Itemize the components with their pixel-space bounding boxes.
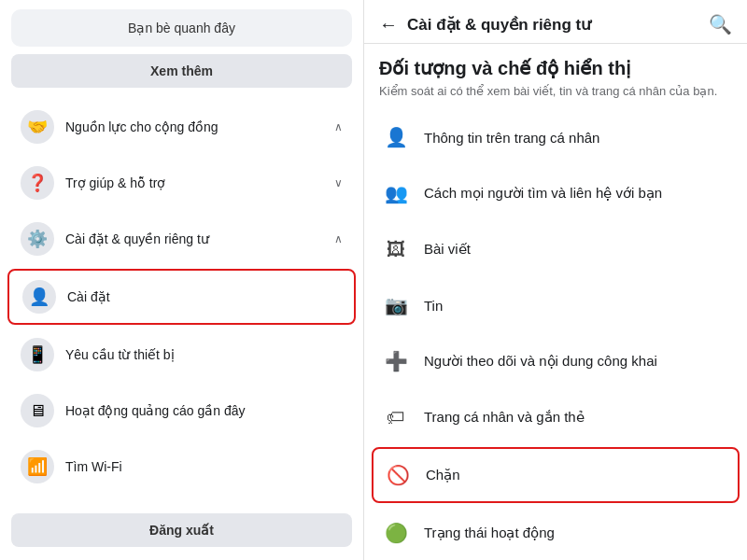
cach-moi-nguoi-label: Cách mọi người tìm và liên hệ với bạn [424,185,662,202]
trang-thai-icon: 🟢 [379,516,413,550]
search-icon[interactable]: 🔍 [709,13,732,35]
cai-dat-menu-icon: ⚙️ [21,222,54,256]
chevron-icon: ∧ [334,120,343,133]
tim-wifi-icon: 📶 [21,450,54,483]
cai-dat-label: Cài đặt [67,289,341,304]
hoat-dong-label: Hoạt động quảng cáo gần đây [65,403,343,418]
tro-giup-icon: ❓ [21,166,54,200]
sidebar-item-hoat-dong[interactable]: 🖥 Hoạt động quảng cáo gần đây [7,385,356,437]
trang-ca-nhan-label: Trang cá nhân và gắn thẻ [424,409,585,426]
right-item-trang-ca-nhan[interactable]: 🏷 Trang cá nhân và gắn thẻ [364,389,747,445]
sidebar-item-cai-dat[interactable]: 👤 Cài đặt [7,269,356,325]
right-item-thong-tin[interactable]: 👤 Thông tin trên trang cá nhân [364,109,747,165]
right-item-cach-moi-nguoi[interactable]: 👥 Cách mọi người tìm và liên hệ với bạn [364,165,747,221]
tro-giup-label: Trợ giúp & hỗ trợ [65,175,334,190]
tin-icon: 📷 [379,288,413,322]
bai-viet-label: Bài viết [424,241,471,258]
right-panel: ← Cài đặt & quyền riêng tư 🔍 Đối tượng v… [364,0,747,560]
chevron-icon: ∧ [334,232,343,245]
section1-title: Đối tượng và chế độ hiển thị [364,44,747,83]
left-panel: Bạn bè quanh đây Xem thêm 🤝 Nguồn lực ch… [0,0,364,560]
sidebar-item-cai-dat-menu[interactable]: ⚙️ Cài đặt & quyền riêng tư ∧ [7,213,356,265]
sidebar-item-tro-giup[interactable]: ❓ Trợ giúp & hỗ trợ ∨ [7,157,356,209]
tin-label: Tin [424,298,443,314]
yeu-cau-label: Yêu cầu từ thiết bị [65,347,343,362]
chevron-icon: ∨ [334,176,343,189]
hoat-dong-icon: 🖥 [21,394,54,427]
trang-ca-nhan-icon: 🏷 [379,400,413,434]
trang-thai-label: Trạng thái hoạt động [424,525,555,541]
chan-label: Chặn [426,467,460,483]
back-icon[interactable]: ← [379,14,398,35]
sidebar-item-nguon-luc[interactable]: 🤝 Nguồn lực cho cộng đồng ∧ [7,101,356,153]
bai-viet-icon: 🖼 [379,232,413,266]
right-header-title: Cài đặt & quyền riêng tư [407,15,709,35]
nguoi-theo-doi-label: Người theo dõi và nội dung công khai [424,353,657,370]
nguoi-theo-doi-icon: ➕ [379,344,413,378]
right-item-tin[interactable]: 📷 Tin [364,277,747,333]
chan-icon: 🚫 [381,458,415,492]
friends-nearby: Bạn bè quanh đây [11,9,352,47]
yeu-cau-icon: 📱 [21,338,54,371]
thong-tin-label: Thông tin trên trang cá nhân [424,130,599,146]
right-header: ← Cài đặt & quyền riêng tư 🔍 [364,0,747,44]
right-item-nguoi-theo-doi[interactable]: ➕ Người theo dõi và nội dung công khai [364,333,747,389]
right-item-chan[interactable]: 🚫 Chặn [372,447,740,503]
sidebar-item-yeu-cau[interactable]: 📱 Yêu cầu từ thiết bị [7,329,356,381]
cach-moi-nguoi-icon: 👥 [379,176,413,210]
nguon-luc-icon: 🤝 [21,110,54,144]
xem-them-button[interactable]: Xem thêm [11,54,352,88]
section1-subtitle: Kiểm soát ai có thể xem bài viết, tin và… [364,83,747,109]
right-item-trang-thai[interactable]: 🟢 Trạng thái hoạt động [364,505,747,560]
nguon-luc-label: Nguồn lực cho cộng đồng [65,119,334,134]
thong-tin-icon: 👤 [379,120,413,154]
dang-xuat-button[interactable]: Đăng xuất [11,513,352,547]
sidebar-item-tim-wifi[interactable]: 📶 Tìm Wi-Fi [7,441,356,493]
tim-wifi-label: Tìm Wi-Fi [65,459,343,474]
cai-dat-menu-label: Cài đặt & quyền riêng tư [65,231,334,246]
cai-dat-icon: 👤 [22,280,56,314]
right-item-bai-viet[interactable]: 🖼 Bài viết [364,221,747,277]
